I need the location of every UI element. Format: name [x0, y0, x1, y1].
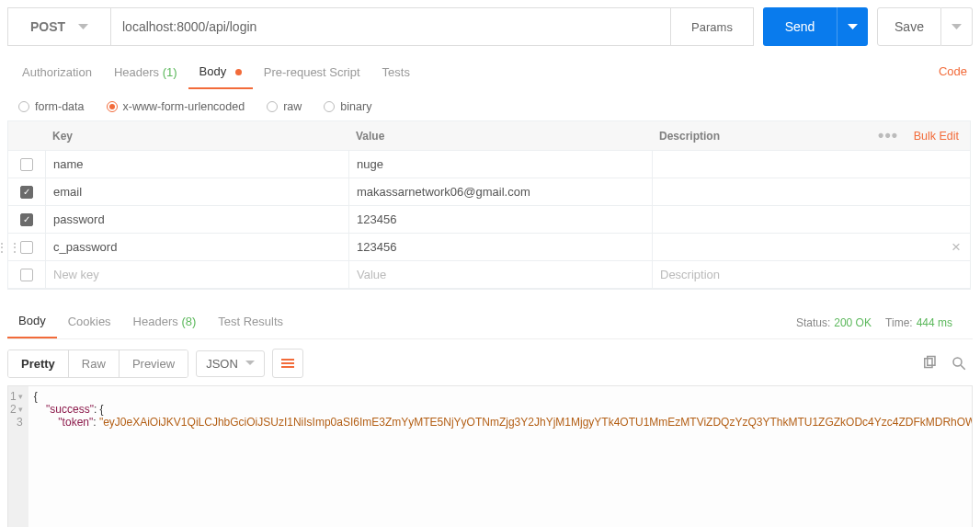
- code-link[interactable]: Code: [939, 64, 967, 78]
- kv-key-cell[interactable]: c_password: [45, 234, 348, 260]
- resp-tab-headers-label: Headers: [133, 315, 178, 328]
- kv-table: Key Value Description ••• Bulk Edit name…: [7, 120, 971, 290]
- bodytype-binary[interactable]: binary: [324, 100, 371, 113]
- fold-icon[interactable]: ▾: [18, 403, 23, 416]
- svg-line-3: [961, 365, 965, 370]
- view-preview[interactable]: Preview: [119, 350, 188, 377]
- time-value: 444 ms: [917, 316, 952, 329]
- svg-rect-0: [925, 359, 932, 368]
- kv-col-value: Value: [348, 130, 652, 143]
- kv-checkbox[interactable]: [20, 213, 33, 226]
- tab-authorization[interactable]: Authorization: [11, 60, 103, 88]
- wrap-icon: [281, 362, 294, 364]
- status-label: Status:: [796, 316, 830, 329]
- bodytype-raw-label: raw: [283, 100, 302, 113]
- response-body: 1▾ 2▾ 3 { "success": { "token": "eyJ0eXA…: [7, 385, 973, 527]
- tab-body-dot-icon: [235, 69, 242, 75]
- kv-col-desc: Description: [659, 130, 720, 143]
- bodytype-x-www[interactable]: x-www-form-urlencoded: [107, 100, 245, 113]
- kv-key-cell[interactable]: password: [45, 206, 348, 233]
- tab-body-label: Body: [199, 64, 227, 78]
- resp-tab-headers-count: (8): [181, 315, 196, 328]
- kv-row: password123456: [8, 206, 970, 234]
- chevron-down-icon: [245, 361, 255, 366]
- tab-headers-count: (1): [163, 65, 177, 79]
- time-label: Time:: [885, 316, 913, 329]
- kv-value-cell[interactable]: makassarnetwork06@gmail.com: [348, 178, 652, 205]
- kv-desc-cell[interactable]: [652, 151, 942, 178]
- chevron-down-icon: [78, 24, 88, 30]
- kv-desc-cell[interactable]: [652, 234, 942, 260]
- kv-more-icon[interactable]: •••: [878, 126, 898, 145]
- lang-label: JSON: [206, 357, 238, 371]
- kv-key-cell[interactable]: name: [45, 151, 348, 178]
- kv-value-cell[interactable]: 123456: [348, 234, 652, 260]
- lang-select[interactable]: JSON: [196, 350, 265, 377]
- save-more-button[interactable]: [941, 7, 973, 46]
- bodytype-binary-label: binary: [340, 100, 371, 113]
- resp-tab-body[interactable]: Body: [7, 306, 57, 338]
- view-raw[interactable]: Raw: [68, 350, 119, 377]
- drag-handle-icon[interactable]: ⋮⋮: [0, 240, 21, 255]
- bulk-edit-link[interactable]: Bulk Edit: [906, 130, 970, 143]
- bodytype-x-www-label: x-www-form-urlencoded: [123, 100, 245, 113]
- fold-icon[interactable]: ▾: [18, 390, 23, 403]
- bodytype-raw[interactable]: raw: [267, 100, 302, 113]
- tab-body[interactable]: Body: [188, 59, 253, 89]
- svg-rect-1: [928, 357, 935, 366]
- kv-col-key: Key: [45, 130, 348, 143]
- url-input[interactable]: [110, 7, 671, 46]
- resp-tab-cookies[interactable]: Cookies: [57, 307, 122, 338]
- kv-desc-cell[interactable]: [652, 178, 942, 205]
- resp-meta: Status:200 OK Time:444 ms: [796, 316, 973, 329]
- kv-new-row: New key Value Description: [8, 261, 970, 289]
- kv-value-cell[interactable]: nuge: [348, 151, 652, 178]
- copy-icon[interactable]: [921, 355, 938, 372]
- kv-row-delete[interactable]: ×: [942, 238, 970, 257]
- bodytype-form-data-label: form-data: [35, 100, 85, 113]
- view-pretty[interactable]: Pretty: [8, 350, 68, 377]
- send-button[interactable]: Send: [763, 7, 837, 46]
- kv-new-key[interactable]: New key: [45, 261, 348, 288]
- kv-row: namenuge: [8, 151, 970, 178]
- kv-desc-cell[interactable]: [652, 206, 942, 233]
- kv-new-desc[interactable]: Description: [652, 261, 942, 288]
- kv-checkbox-new[interactable]: [20, 269, 33, 281]
- tab-headers-label: Headers: [114, 65, 159, 79]
- kv-new-value[interactable]: Value: [348, 261, 652, 288]
- bodytype-form-data[interactable]: form-data: [18, 100, 85, 113]
- chevron-down-icon: [952, 24, 962, 30]
- resp-tab-headers[interactable]: Headers (8): [122, 307, 208, 338]
- status-value: 200 OK: [834, 316, 872, 329]
- svg-point-2: [953, 358, 962, 366]
- tab-tests[interactable]: Tests: [371, 60, 421, 88]
- view-mode-segment: Pretty Raw Preview: [7, 349, 188, 378]
- http-method-label: POST: [30, 19, 65, 34]
- save-button[interactable]: Save: [877, 7, 941, 46]
- params-button[interactable]: Params: [671, 7, 754, 46]
- chevron-down-icon: [848, 24, 858, 30]
- kv-checkbox[interactable]: [20, 241, 33, 254]
- tab-headers[interactable]: Headers (1): [103, 60, 188, 88]
- kv-row: ⋮⋮c_password123456×: [8, 234, 970, 261]
- kv-checkbox[interactable]: [20, 158, 33, 171]
- http-method-select[interactable]: POST: [7, 7, 110, 46]
- tab-prerequest[interactable]: Pre-request Script: [253, 60, 371, 88]
- line-gutter: 1▾ 2▾ 3: [8, 386, 28, 527]
- wrap-toggle[interactable]: [272, 349, 303, 378]
- kv-key-cell[interactable]: email: [45, 178, 348, 205]
- kv-checkbox[interactable]: [20, 186, 33, 199]
- kv-value-cell[interactable]: 123456: [348, 206, 652, 233]
- search-icon[interactable]: [951, 355, 967, 372]
- send-more-button[interactable]: [837, 7, 868, 46]
- kv-row: emailmakassarnetwork06@gmail.com: [8, 178, 970, 206]
- resp-tab-test-results[interactable]: Test Results: [207, 307, 294, 338]
